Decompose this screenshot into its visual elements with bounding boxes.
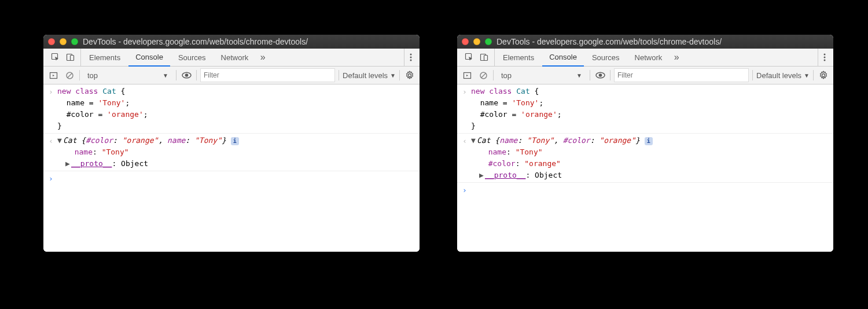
svg-point-4 [410, 57, 412, 58]
svg-point-15 [824, 57, 826, 58]
sidebar-toggle-icon[interactable] [461, 69, 473, 82]
kebab-menu-icon[interactable] [404, 49, 417, 66]
live-expression-icon[interactable] [180, 69, 193, 82]
tab-console[interactable]: Console [128, 48, 170, 67]
context-selector[interactable]: top ▼ [83, 68, 172, 82]
svg-point-10 [185, 73, 188, 77]
object-expanded[interactable]: ▼Cat {#color: "orange", name: "Tony"} i … [57, 135, 417, 170]
svg-line-8 [67, 73, 72, 78]
inspect-icon[interactable] [49, 51, 62, 64]
maximize-icon[interactable] [71, 38, 78, 45]
code-input-left: new class Cat { name = 'Tony'; #color = … [57, 86, 417, 132]
console-input-echo: › new class Cat { name = 'Tony'; #color … [43, 84, 420, 134]
svg-point-3 [410, 54, 412, 56]
inspect-icon[interactable] [463, 51, 476, 64]
window-title: DevTools - developers.google.com/web/too… [83, 37, 308, 46]
disclosure-down-icon[interactable]: ▼ [57, 135, 63, 146]
minimize-icon[interactable] [473, 38, 480, 45]
kebab-menu-icon[interactable] [818, 49, 831, 66]
settings-icon[interactable] [403, 69, 416, 82]
console-output: › new class Cat { name = 'Tony'; #color … [43, 84, 420, 252]
console-prompt[interactable]: › [43, 171, 420, 174]
filter-input[interactable] [614, 68, 749, 82]
tab-network[interactable]: Network [628, 49, 670, 66]
more-tabs-icon[interactable]: » [670, 51, 683, 64]
svg-point-5 [410, 60, 412, 61]
tab-bar: Elements Console Sources Network » [43, 49, 420, 67]
tab-bar: Elements Console Sources Network » [457, 49, 833, 67]
prompt-chevron-icon: › [461, 185, 469, 196]
class-name: Cat [63, 136, 81, 145]
tab-sources[interactable]: Sources [171, 49, 213, 66]
output-chevron-icon: › [461, 135, 469, 147]
chevron-down-icon: ▼ [390, 72, 396, 79]
console-prompt[interactable]: › [457, 183, 833, 185]
class-name: Cat [477, 136, 495, 145]
svg-line-19 [481, 73, 486, 78]
clear-console-icon[interactable] [477, 69, 490, 82]
close-icon[interactable] [462, 38, 469, 45]
tab-elements[interactable]: Elements [496, 49, 541, 66]
prompt-chevron-icon: › [47, 173, 55, 185]
settings-icon[interactable] [817, 69, 830, 82]
chevron-down-icon: ▼ [163, 72, 168, 79]
device-toggle-icon[interactable] [64, 51, 77, 64]
filter-input[interactable] [200, 68, 335, 82]
disclosure-right-icon[interactable]: ▶ [479, 170, 485, 181]
tab-sources[interactable]: Sources [585, 49, 627, 66]
titlebar: DevTools - developers.google.com/web/too… [457, 35, 833, 49]
titlebar: DevTools - developers.google.com/web/too… [43, 35, 420, 49]
maximize-icon[interactable] [485, 38, 492, 45]
context-selector[interactable]: top ▼ [497, 68, 586, 82]
log-levels-selector[interactable]: Default levels ▼ [343, 71, 396, 80]
svg-point-21 [598, 73, 602, 77]
chevron-down-icon: ▼ [576, 72, 582, 79]
object-property: #color: "orange" [471, 158, 831, 170]
object-expanded[interactable]: ▼Cat {name: "Tony", #color: "orange"} i … [471, 135, 831, 181]
console-result: › ▼Cat {name: "Tony", #color: "orange"} … [457, 134, 833, 183]
info-icon[interactable]: i [645, 137, 653, 145]
disclosure-right-icon[interactable]: ▶ [65, 158, 71, 170]
disclosure-down-icon[interactable]: ▼ [471, 135, 477, 146]
chevron-down-icon: ▼ [804, 72, 810, 79]
clear-console-icon[interactable] [63, 69, 76, 82]
svg-rect-13 [484, 56, 488, 61]
object-property: name: "Tony" [471, 146, 831, 158]
traffic-lights [462, 38, 492, 45]
log-levels-selector[interactable]: Default levels ▼ [756, 71, 810, 80]
device-toggle-icon[interactable] [478, 51, 491, 64]
svg-point-14 [824, 54, 826, 56]
console-result: › ▼Cat {#color: "orange", name: "Tony"} … [43, 134, 420, 171]
sidebar-toggle-icon[interactable] [47, 69, 60, 82]
console-output: › new class Cat { name = 'Tony'; #color … [457, 84, 833, 252]
input-chevron-icon: › [461, 86, 469, 98]
context-value: top [501, 71, 512, 80]
console-toolbar: top ▼ Default levels ▼ [43, 67, 420, 84]
tab-console[interactable]: Console [542, 48, 584, 67]
context-value: top [87, 71, 98, 80]
console-input-echo: › new class Cat { name = 'Tony'; #color … [457, 84, 833, 134]
window-title: DevTools - developers.google.com/web/too… [496, 37, 722, 46]
info-icon[interactable]: i [231, 137, 239, 145]
output-chevron-icon: › [47, 135, 55, 147]
code-input-right: new class Cat { name = 'Tony'; #color = … [471, 86, 831, 132]
minimize-icon[interactable] [60, 38, 67, 45]
more-tabs-icon[interactable]: » [256, 51, 269, 64]
close-icon[interactable] [48, 38, 55, 45]
input-chevron-icon: › [47, 86, 55, 98]
devtools-window-right: DevTools - developers.google.com/web/too… [457, 35, 833, 252]
svg-point-16 [824, 60, 826, 61]
tab-elements[interactable]: Elements [82, 49, 127, 66]
traffic-lights [48, 38, 78, 45]
svg-rect-2 [71, 56, 74, 61]
tab-network[interactable]: Network [214, 49, 256, 66]
object-property: name: "Tony" [57, 146, 417, 158]
object-proto[interactable]: ▶__proto__: Object [471, 170, 831, 181]
levels-label: Default levels [756, 71, 801, 80]
levels-label: Default levels [343, 71, 388, 80]
object-proto[interactable]: ▶__proto__: Object [57, 158, 417, 170]
live-expression-icon[interactable] [594, 69, 606, 82]
console-toolbar: top ▼ Default levels ▼ [457, 67, 833, 84]
devtools-window-left: DevTools - developers.google.com/web/too… [43, 35, 420, 252]
